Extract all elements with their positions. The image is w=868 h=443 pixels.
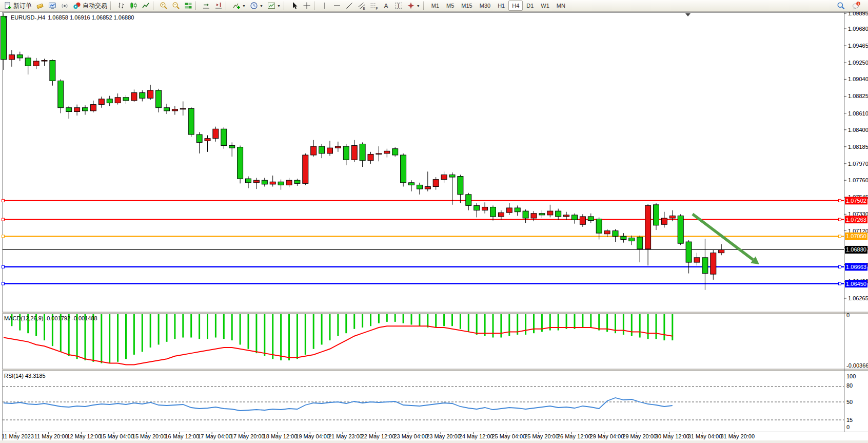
timeframe-d1-button[interactable]: D1 xyxy=(523,1,537,11)
tile-windows-button[interactable] xyxy=(182,0,194,11)
zoom-out-button[interactable] xyxy=(170,0,182,11)
timeframe-h1-button[interactable]: H1 xyxy=(494,1,508,11)
linechart-icon xyxy=(142,2,150,10)
price-label: 1.06663 xyxy=(845,263,867,271)
zoom-out-icon xyxy=(172,2,180,10)
line-handle[interactable] xyxy=(2,235,5,238)
zoom-in-button[interactable] xyxy=(157,0,170,11)
price-label: 1.07050 xyxy=(845,233,867,240)
symbol-dropdown-icon[interactable]: ▼ xyxy=(4,15,8,20)
fibo-icon: F xyxy=(370,2,378,10)
data-window-button[interactable] xyxy=(46,0,58,11)
svg-text:1.09680: 1.09680 xyxy=(848,26,868,32)
price-label: 1.06880 xyxy=(845,246,867,254)
line-handle[interactable] xyxy=(839,218,841,221)
svg-text:1.09465: 1.09465 xyxy=(848,43,868,49)
crosshair-icon xyxy=(303,2,311,10)
horizontal-line-button[interactable] xyxy=(331,0,343,11)
timeframe-w1-button[interactable]: W1 xyxy=(537,1,553,11)
svg-text:50: 50 xyxy=(846,399,853,405)
text-label-button[interactable]: T xyxy=(392,0,405,11)
line-handle[interactable] xyxy=(839,199,841,202)
trendline-button[interactable] xyxy=(343,0,356,11)
timeframe-m15-button[interactable]: M15 xyxy=(458,1,476,11)
svg-text:1.09250: 1.09250 xyxy=(848,60,868,66)
trend-arrow-annotation[interactable] xyxy=(693,214,759,264)
timeframe-mn-button[interactable]: MN xyxy=(553,1,569,11)
autotrading-button[interactable]: 自动交易 xyxy=(71,0,109,11)
timeframe-m1-button[interactable]: M1 xyxy=(428,1,443,11)
svg-text:15: 15 xyxy=(846,417,853,423)
svg-text:12 May 12:00: 12 May 12:00 xyxy=(67,433,101,439)
crosshair-button[interactable] xyxy=(301,0,313,11)
arrows-button[interactable]: ▼ xyxy=(405,0,422,11)
svg-text:29 May 04:00: 29 May 04:00 xyxy=(590,433,624,439)
chart-canvas: 1.098951.096801.094651.092501.090401.088… xyxy=(0,0,868,443)
auto-scroll-button[interactable] xyxy=(200,0,212,11)
fibonacci-button[interactable]: F xyxy=(368,0,380,11)
monitor-icon xyxy=(48,2,56,10)
bar-chart-button[interactable] xyxy=(115,0,127,11)
signals-button[interactable] xyxy=(58,0,71,11)
svg-text:15 May 04:00: 15 May 04:00 xyxy=(100,433,134,439)
chart-shift-button[interactable] xyxy=(212,0,225,11)
support-resistance-lines[interactable] xyxy=(2,199,844,285)
equidistant-channel-button[interactable]: E xyxy=(356,0,368,11)
timeframe-h4-button[interactable]: H4 xyxy=(508,1,523,11)
pane-splitter-macd[interactable] xyxy=(2,312,868,314)
periods-button[interactable]: ▼ xyxy=(248,0,265,11)
indicators-button[interactable]: ▼ xyxy=(230,0,248,11)
line-handle[interactable] xyxy=(839,265,841,268)
cursor-icon xyxy=(290,2,299,10)
doc-plus-icon xyxy=(4,2,12,10)
svg-text:16 May 12:00: 16 May 12:00 xyxy=(165,433,200,439)
template-icon xyxy=(267,2,275,10)
line-handle[interactable] xyxy=(839,282,841,285)
timeframe-m5-button[interactable]: M5 xyxy=(443,1,458,11)
text-button[interactable]: A xyxy=(380,0,392,11)
dropdown-caret-icon: ▼ xyxy=(417,4,420,8)
gold-box-icon xyxy=(36,2,44,10)
svg-text:T: T xyxy=(397,3,400,9)
svg-text:30 May 12:00: 30 May 12:00 xyxy=(655,433,689,439)
price-label: 1.07263 xyxy=(845,216,867,223)
svg-text:100: 100 xyxy=(846,373,856,379)
arrows-icon xyxy=(407,2,415,10)
metaeditor-button[interactable] xyxy=(34,0,46,11)
timeframe-m30-button[interactable]: M30 xyxy=(476,1,494,11)
svg-text:29 May 20:00: 29 May 20:00 xyxy=(622,433,657,439)
vertical-line-button[interactable] xyxy=(319,0,331,11)
chat-icon: 1 xyxy=(852,2,860,10)
line-handle[interactable] xyxy=(2,282,5,285)
line-handle[interactable] xyxy=(2,218,5,221)
svg-text:1.06663: 1.06663 xyxy=(846,264,866,270)
svg-text:1.07263: 1.07263 xyxy=(846,217,866,223)
notifications-button[interactable]: 1 xyxy=(850,0,862,11)
line-handle[interactable] xyxy=(2,265,5,268)
svg-text:0: 0 xyxy=(846,424,850,430)
main-toolbar: 新订单自动交易▼▼▼EFAT▼M1M5M15M30H1H4D1W1MN1 xyxy=(0,0,868,12)
line-handle[interactable] xyxy=(2,199,5,202)
macd-histogram xyxy=(12,314,673,363)
svg-text:1.08825: 1.08825 xyxy=(848,93,868,99)
hline-icon xyxy=(333,2,341,10)
search-button[interactable] xyxy=(835,0,847,11)
zoom-in-icon xyxy=(160,2,168,10)
cursor-button[interactable] xyxy=(288,0,301,11)
chart-shift-marker[interactable] xyxy=(685,13,691,16)
macd-indicator-label: MACD(12,26,9) -0.001792 -0.001488 xyxy=(4,315,97,321)
templates-button[interactable]: ▼ xyxy=(265,0,283,11)
vline-icon xyxy=(321,2,329,10)
svg-text:19 May 04:00: 19 May 04:00 xyxy=(295,433,330,439)
candlestick-chart-button[interactable] xyxy=(127,0,140,11)
svg-text:25 May 20:00: 25 May 20:00 xyxy=(524,433,559,439)
svg-text:22 May 12:00: 22 May 12:00 xyxy=(361,433,396,439)
line-handle[interactable] xyxy=(839,235,841,238)
line-chart-button[interactable] xyxy=(140,0,152,11)
new-order-button[interactable]: 新订单 xyxy=(2,0,34,11)
price-label: 1.07502 xyxy=(845,197,867,204)
trendline-icon xyxy=(345,2,353,10)
pane-splitter-rsi[interactable] xyxy=(2,369,868,371)
svg-text:17 May 04:00: 17 May 04:00 xyxy=(198,433,232,439)
rsi-levels xyxy=(3,387,844,420)
